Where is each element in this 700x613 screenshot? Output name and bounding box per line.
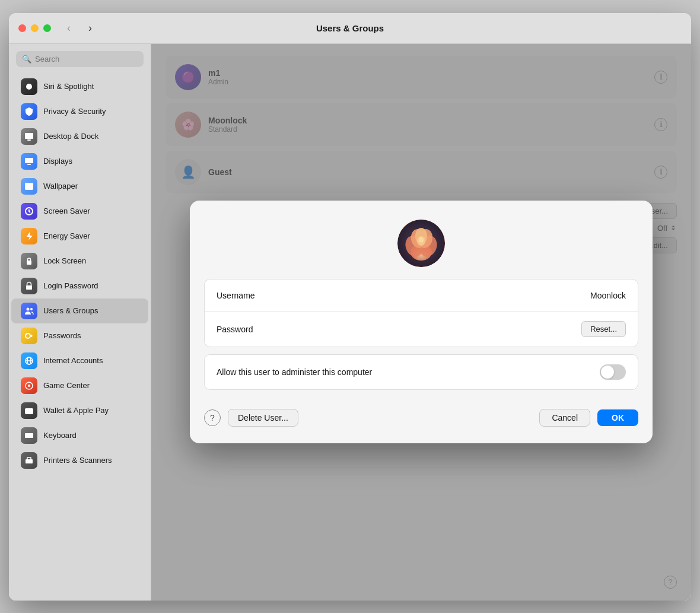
svg-point-11 <box>30 308 33 310</box>
sidebar-label: Keyboard <box>43 431 77 440</box>
sidebar-item-siri-spotlight[interactable]: Siri & Spotlight <box>11 74 148 99</box>
printers-icon <box>21 452 37 469</box>
ok-button[interactable]: OK <box>597 409 638 426</box>
sidebar-item-passwords[interactable]: Passwords <box>11 323 148 348</box>
title-bar: ‹ › Users & Groups <box>9 13 691 44</box>
screensaver-icon <box>21 203 37 220</box>
username-value: Moonlock <box>590 291 626 300</box>
minimize-button[interactable] <box>31 24 39 32</box>
sidebar-label: Displays <box>43 157 72 166</box>
wallet-icon <box>21 402 37 419</box>
sidebar-item-game-center[interactable]: Game Center <box>11 373 148 398</box>
sidebar-label: Wallpaper <box>43 182 78 190</box>
delete-user-button[interactable]: Delete User... <box>228 409 298 427</box>
svg-rect-3 <box>25 158 33 163</box>
gamecenter-icon <box>21 377 37 394</box>
svg-rect-5 <box>25 183 33 190</box>
modal-avatar-area <box>190 201 653 279</box>
sidebar-label: Users & Groups <box>43 306 98 315</box>
svg-point-10 <box>27 307 30 310</box>
svg-rect-9 <box>26 285 32 290</box>
lockscreen-icon <box>21 253 37 269</box>
svg-point-0 <box>26 84 32 90</box>
window-controls <box>18 24 51 32</box>
window-title: Users & Groups <box>316 23 384 33</box>
svg-rect-18 <box>25 408 33 414</box>
modal-avatar[interactable] <box>397 220 445 267</box>
sidebar-label: Game Center <box>43 381 90 390</box>
svg-rect-20 <box>26 434 27 436</box>
maximize-button[interactable] <box>43 24 51 32</box>
svg-rect-4 <box>27 164 31 165</box>
sidebar-item-lock-screen[interactable]: Lock Screen <box>11 249 148 274</box>
cancel-button[interactable]: Cancel <box>539 409 590 427</box>
sidebar-label: Energy Saver <box>43 231 90 240</box>
main-window: ‹ › Users & Groups 🔍 Siri & Spotlight <box>9 13 691 601</box>
sidebar-item-login-password[interactable]: Login Password <box>11 274 148 298</box>
search-input[interactable] <box>35 55 138 63</box>
svg-rect-8 <box>27 261 31 265</box>
svg-rect-25 <box>27 461 31 462</box>
svg-point-12 <box>26 334 30 338</box>
navigation: ‹ › <box>61 20 98 36</box>
svg-rect-23 <box>27 436 31 437</box>
svg-rect-22 <box>31 434 32 436</box>
admin-label: Allow this user to administer this compu… <box>217 367 600 377</box>
main-layout: 🔍 Siri & Spotlight Privacy & Security <box>9 44 691 601</box>
modal-form: Username Moonlock Password Reset... <box>204 279 638 347</box>
keyboard-icon <box>21 427 37 444</box>
loginpassword-icon <box>21 278 37 294</box>
sidebar-item-internet-accounts[interactable]: Internet Accounts <box>11 348 148 373</box>
password-label: Password <box>217 325 335 334</box>
modal-help-button[interactable]: ? <box>204 409 221 426</box>
sidebar-label: Printers & Scanners <box>43 456 112 465</box>
sidebar-label: Internet Accounts <box>43 356 103 365</box>
modal-footer: ? Delete User... Cancel OK <box>190 397 653 429</box>
sidebar-item-screen-saver[interactable]: Screen Saver <box>11 199 148 224</box>
password-row: Password Reset... <box>205 312 638 347</box>
energy-icon <box>21 228 37 244</box>
admin-section: Allow this user to administer this compu… <box>204 354 638 390</box>
sidebar-item-displays[interactable]: Displays <box>11 149 148 174</box>
sidebar-item-printers-scanners[interactable]: Printers & Scanners <box>11 448 148 473</box>
sidebar-item-energy-saver[interactable]: Energy Saver <box>11 224 148 249</box>
admin-toggle[interactable] <box>600 364 626 380</box>
forward-button[interactable]: › <box>82 20 98 36</box>
svg-rect-21 <box>28 434 30 436</box>
sidebar-label: Desktop & Dock <box>43 132 98 141</box>
desktop-icon <box>21 128 37 145</box>
toggle-knob <box>601 366 614 379</box>
reset-password-button[interactable]: Reset... <box>581 321 626 337</box>
edit-user-modal: Username Moonlock Password Reset... Allo… <box>190 201 653 443</box>
username-row: Username Moonlock <box>205 279 638 312</box>
internet-icon <box>21 352 37 369</box>
sidebar-item-wallet-applepay[interactable]: Wallet & Apple Pay <box>11 398 148 423</box>
search-bar[interactable]: 🔍 <box>16 51 144 67</box>
svg-point-34 <box>419 237 424 243</box>
sidebar-label: Siri & Spotlight <box>43 82 94 91</box>
siri-icon <box>21 78 37 95</box>
privacy-icon <box>21 103 37 120</box>
close-button[interactable] <box>18 24 26 32</box>
displays-icon <box>21 153 37 170</box>
svg-rect-2 <box>27 139 31 141</box>
sidebar-label: Passwords <box>43 331 81 340</box>
back-button[interactable]: ‹ <box>61 20 77 36</box>
content-area: 🟣 m1 Admin ℹ 🌸 Moonlock Standard ℹ <box>151 44 691 601</box>
sidebar-label: Lock Screen <box>43 256 86 265</box>
sidebar: 🔍 Siri & Spotlight Privacy & Security <box>9 44 151 601</box>
sidebar-item-desktop-dock[interactable]: Desktop & Dock <box>11 124 148 149</box>
username-label: Username <box>217 291 335 300</box>
sidebar-item-privacy-security[interactable]: Privacy & Security <box>11 99 148 124</box>
sidebar-item-users-groups[interactable]: Users & Groups <box>11 298 148 323</box>
users-icon <box>21 303 37 319</box>
sidebar-item-keyboard[interactable]: Keyboard <box>11 423 148 448</box>
modal-overlay: Username Moonlock Password Reset... Allo… <box>151 44 691 601</box>
sidebar-label: Login Password <box>43 281 98 290</box>
sidebar-item-wallpaper[interactable]: Wallpaper <box>11 174 148 199</box>
search-icon: 🔍 <box>22 55 31 63</box>
sidebar-label: Screen Saver <box>43 207 90 215</box>
sidebar-label: Privacy & Security <box>43 107 106 116</box>
sidebar-label: Wallet & Apple Pay <box>43 406 109 415</box>
svg-rect-1 <box>25 133 33 139</box>
